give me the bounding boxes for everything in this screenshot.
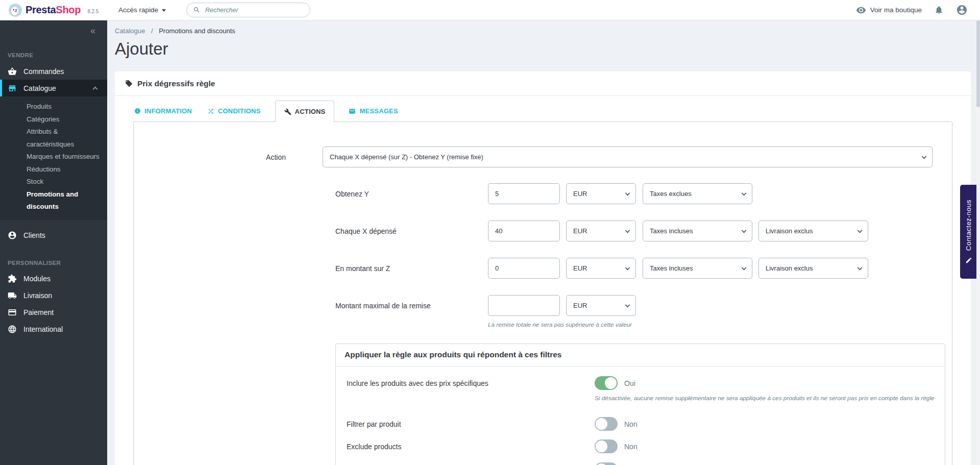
caret-down-icon [162, 9, 166, 12]
currency-select[interactable]: EUR [566, 183, 636, 204]
currency-select-control[interactable]: EUR [566, 295, 636, 316]
field-label: En montant sur Z [335, 264, 488, 273]
toggle-label: Exclude products [347, 443, 595, 451]
breadcrumb-parent[interactable]: Catalogue [115, 27, 145, 35]
tax-select[interactable]: Taxes exclues [643, 183, 752, 204]
max-amount-hint: La remise totale ne sera pas supérieure … [488, 321, 933, 328]
sidebar-section-vendre: VENDRE [8, 52, 107, 58]
toggle-switch-off[interactable] [595, 462, 618, 465]
toggle-knob [605, 377, 617, 389]
shipping-select[interactable]: Livraison exclus [758, 258, 868, 279]
sidebar-item-commandes[interactable]: Commandes [0, 63, 107, 80]
panel-title: Prix dégressifs règle [137, 79, 215, 88]
toggle-row-specific-prices: Inclure les produits avec des prix spéci… [347, 376, 945, 390]
sidebar-item-clients[interactable]: Clients [0, 227, 107, 244]
row-montant-maximal: Montant maximal de la remise EUR [335, 295, 933, 316]
tax-select[interactable]: Taxes incluses [643, 221, 752, 241]
tax-select-control[interactable]: Taxes incluses [643, 258, 752, 279]
page-title: Ajouter [115, 39, 971, 59]
amount-input[interactable] [488, 183, 560, 204]
currency-select[interactable]: EUR [566, 221, 636, 241]
sidebar-item-modules[interactable]: Modules [0, 271, 107, 287]
tax-select-control[interactable]: Taxes exclues [643, 183, 752, 204]
currency-select-control[interactable]: EUR [566, 221, 636, 241]
sidebar-item-label: Commandes [23, 67, 64, 76]
quick-access-dropdown[interactable]: Accès rapide [118, 6, 166, 14]
quick-access-label: Accès rapide [118, 6, 158, 14]
toggle-switch-off[interactable] [595, 417, 618, 431]
filters-title: Appliquer la règle aux produits qui répo… [336, 344, 945, 366]
toggle-state: Oui [624, 379, 635, 387]
row-en-montant: En montant sur Z EUR Taxes incluses Livr… [335, 258, 933, 279]
sidebar-subitem-categories[interactable]: Catégories [27, 113, 107, 126]
field-label: Chaque X dépensé [335, 227, 488, 235]
tab-label: INFORMATION [144, 107, 192, 115]
sidebar-group-catalogue: Catalogue Produits Catégories Attributs … [0, 80, 107, 220]
tax-select[interactable]: Taxes incluses [643, 258, 752, 279]
search-icon [193, 6, 201, 14]
contact-us-tab[interactable]: Contactez-nous [960, 185, 977, 279]
sidebar-subitem-produits[interactable]: Produits [27, 101, 107, 113]
view-shop-link[interactable]: Voir ma boutique [856, 5, 922, 15]
sidebar-subitem-attributs[interactable]: Attributs & caractéristiques [27, 126, 107, 151]
envelope-icon [349, 108, 356, 115]
toggle-knob [596, 440, 607, 452]
tab-information[interactable]: INFORMATION [133, 101, 193, 121]
eye-icon [856, 5, 866, 15]
shipping-select[interactable]: Livraison exclus [758, 221, 868, 241]
search-input[interactable] [205, 7, 304, 14]
sidebar-subitem-promotions[interactable]: Promotions and discounts [27, 188, 107, 213]
global-search[interactable] [186, 3, 310, 17]
amount-input[interactable] [488, 258, 560, 279]
topbar: PrestaShop 8.2.5 Accès rapide Voir ma bo… [0, 0, 980, 20]
sidebar-item-international[interactable]: International [0, 321, 107, 338]
row-obtenez-y: Obtenez Y EUR Taxes exclues [335, 183, 933, 204]
currency-select[interactable]: EUR [566, 295, 636, 316]
basket-icon [8, 67, 17, 76]
currency-select-control[interactable]: EUR [566, 258, 636, 279]
truck-icon [8, 291, 17, 300]
tax-select-control[interactable]: Taxes incluses [643, 221, 752, 241]
sidebar-subitem-stock[interactable]: Stock [27, 176, 107, 188]
info-icon [134, 108, 141, 114]
shipping-select-control[interactable]: Livraison exclus [758, 221, 868, 241]
action-select-control[interactable]: Chaque X dépensé (sur Z) - Obtenez Y (re… [323, 146, 933, 167]
tab-messages[interactable]: MESSAGES [348, 101, 399, 121]
action-label: Action [153, 153, 286, 161]
toggle-label: Filtrer par produit [347, 420, 595, 428]
currency-select[interactable]: EUR [566, 258, 636, 279]
prestashop-logo[interactable]: PrestaShop 8.2.5 [0, 4, 108, 17]
filters-body: Inclure les produits avec des prix spéci… [336, 366, 945, 465]
chevron-up-icon [93, 87, 98, 92]
sidebar-item-paiement[interactable]: Paiement [0, 304, 107, 321]
tab-label: ACTIONS [295, 108, 326, 115]
scrollbar-thumb[interactable] [976, 20, 980, 107]
sidebar-item-catalogue[interactable]: Catalogue [0, 80, 107, 96]
version-label: 8.2.5 [87, 9, 99, 14]
user-avatar-icon[interactable] [956, 4, 968, 16]
amount-input[interactable] [488, 295, 560, 316]
currency-select-control[interactable]: EUR [566, 183, 636, 204]
sidebar-item-label: Modules [23, 275, 51, 283]
sidebar-section-personnaliser: PERSONNALISER [8, 260, 107, 266]
sidebar-item-livraison[interactable]: Livraison [0, 287, 107, 304]
sidebar-item-label: Clients [23, 231, 45, 239]
main-content: Catalogue / Promotions and discounts Ajo… [107, 20, 980, 465]
catalogue-submenu: Produits Catégories Attributs & caractér… [0, 96, 107, 220]
sidebar-collapse-button[interactable]: « [0, 20, 107, 36]
breadcrumb-separator: / [151, 27, 153, 35]
pencil-icon [965, 257, 972, 264]
page-scrollbar[interactable] [976, 20, 980, 465]
action-select[interactable]: Chaque X dépensé (sur Z) - Obtenez Y (re… [323, 146, 933, 167]
notifications-bell-icon[interactable] [934, 5, 944, 15]
tab-conditions[interactable]: CONDITIONS [206, 101, 262, 121]
sidebar-subitem-marques[interactable]: Marques et fournisseurs [27, 151, 107, 163]
sidebar-subitem-reductions[interactable]: Réductions [27, 163, 107, 176]
tab-actions[interactable]: ACTIONS [275, 101, 335, 122]
toggle-switch-on[interactable] [595, 376, 618, 390]
amount-input[interactable] [488, 221, 560, 241]
field-label: Montant maximal de la remise [335, 302, 488, 310]
store-icon [8, 84, 17, 93]
toggle-switch-off[interactable] [595, 439, 618, 453]
shipping-select-control[interactable]: Livraison exclus [758, 258, 868, 279]
